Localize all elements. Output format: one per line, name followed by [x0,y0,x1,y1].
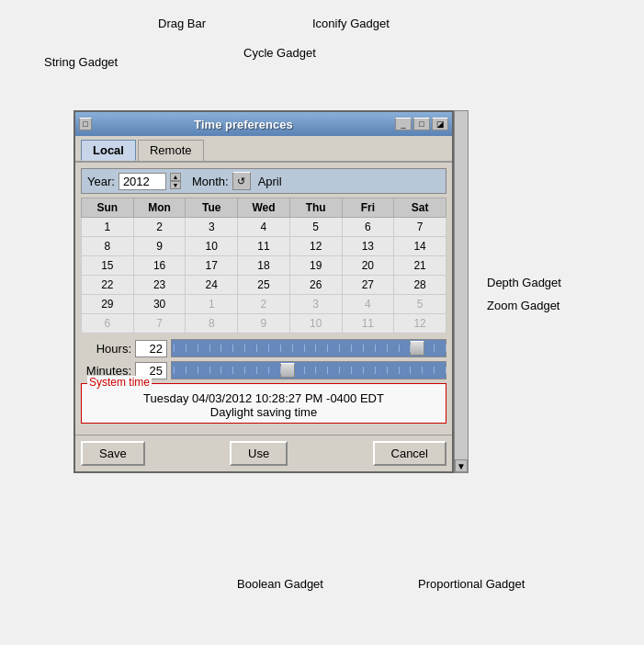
month-cycle-button[interactable]: ↺ [232,172,251,190]
depth-button[interactable]: ◪ [432,118,448,130]
iconify-button[interactable]: _ [395,118,412,130]
calendar-day-cell[interactable]: 21 [394,256,446,276]
calendar-day-cell[interactable]: 23 [133,276,186,295]
content-area: Year: ▲ ▼ Month: ↺ April Sun Mon Tue We [75,163,452,435]
calendar-day-cell[interactable]: 8 [82,237,134,256]
calendar-day-cell[interactable]: 14 [394,237,446,256]
iconify-gadget-label: Iconify Gadget [312,17,390,30]
calendar-day-cell[interactable]: 15 [82,256,134,276]
calendar-week-row: 1234567 [82,218,446,237]
calendar-day-cell[interactable]: 18 [238,256,290,276]
hours-slider-row: Hours: 22 // Will be generated by JS bel… [81,339,446,357]
minutes-slider[interactable] [171,361,446,379]
col-mon: Mon [133,198,186,218]
year-label: Year: [87,175,115,188]
calendar-day-cell[interactable]: 6 [82,314,134,334]
calendar-day-cell[interactable]: 9 [133,237,186,256]
year-down-arrow[interactable]: ▼ [170,181,181,189]
calendar-table: Sun Mon Tue Wed Thu Fri Sat 123456789101… [81,198,446,334]
calendar-day-cell[interactable]: 20 [342,256,394,276]
calendar-week-row: 15161718192021 [82,256,446,276]
proportional-gadget-label: Proportional Gadget [418,577,525,591]
titlebar-buttons: _ □ ◪ [395,118,448,130]
use-button[interactable]: Use [230,441,288,466]
calendar-day-cell[interactable]: 12 [394,314,446,334]
col-sat: Sat [394,198,446,218]
calendar-day-cell[interactable]: 4 [238,218,290,237]
calendar-day-cell[interactable]: 25 [238,276,290,295]
calendar-day-cell[interactable]: 8 [186,314,238,334]
calendar-week-row: 22232425262728 [82,276,446,295]
calendar-day-cell[interactable]: 19 [289,256,342,276]
right-scrollbar: ▼ [454,110,469,473]
calendar-day-cell[interactable]: 5 [289,218,342,237]
calendar-week-row: 293012345 [82,295,446,314]
calendar-day-cell[interactable]: 22 [82,276,134,295]
window-frame: □ Time preferences _ □ ◪ Local Remote Ye… [73,110,454,473]
string-gadget-label: String Gadget [44,55,118,69]
col-fri: Fri [342,198,394,218]
bottom-bar: Save Use Cancel [75,435,452,471]
year-arrows: ▲ ▼ [170,173,181,189]
cycle-gadget-label: Cycle Gadget [243,46,316,60]
year-input[interactable] [119,173,166,190]
calendar-day-cell[interactable]: 2 [238,295,290,314]
save-button[interactable]: Save [81,441,145,466]
calendar-day-cell[interactable]: 6 [342,218,394,237]
drag-bar-label: Drag Bar [158,17,206,30]
calendar-day-cell[interactable]: 27 [342,276,394,295]
calendar-day-cell[interactable]: 10 [186,237,238,256]
calendar-day-cell[interactable]: 29 [82,295,134,314]
month-value: April [258,175,282,188]
close-button[interactable]: □ [79,118,92,130]
calendar-week-row: 6789101112 [82,314,446,334]
system-time-label: System time [87,376,152,389]
calendar-day-cell[interactable]: 28 [394,276,446,295]
hours-slider[interactable]: // Will be generated by JS below [171,339,446,357]
year-up-arrow[interactable]: ▲ [170,173,181,181]
calendar-day-cell[interactable]: 11 [342,314,394,334]
calendar-day-cell[interactable]: 3 [289,295,342,314]
zoom-gadget-label: Zoom Gadget [487,299,560,312]
zoom-button[interactable]: □ [413,118,430,130]
calendar-day-cell[interactable]: 3 [186,218,238,237]
col-sun: Sun [82,198,134,218]
calendar-day-cell[interactable]: 1 [186,295,238,314]
year-month-row: Year: ▲ ▼ Month: ↺ April [81,168,446,194]
calendar-day-cell[interactable]: 7 [394,218,446,237]
tab-local[interactable]: Local [81,140,136,161]
calendar-day-cell[interactable]: 5 [394,295,446,314]
calendar-day-cell[interactable]: 17 [186,256,238,276]
calendar-day-cell[interactable]: 4 [342,295,394,314]
titlebar: □ Time preferences _ □ ◪ [75,112,452,136]
window: □ Time preferences _ □ ◪ Local Remote Ye… [73,110,469,473]
window-title: Time preferences [95,118,392,131]
calendar-day-cell[interactable]: 26 [289,276,342,295]
calendar-day-cell[interactable]: 9 [238,314,290,334]
calendar-day-cell[interactable]: 24 [186,276,238,295]
boolean-gadget-label: Boolean Gadget [237,577,323,591]
calendar-day-cell[interactable]: 13 [342,237,394,256]
col-tue: Tue [186,198,238,218]
hours-value: 22 [135,340,167,357]
system-time-dst: Daylight saving time [89,405,438,419]
calendar-day-cell[interactable]: 7 [133,314,186,334]
month-label: Month: [192,175,229,188]
calendar-day-cell[interactable]: 16 [133,256,186,276]
hours-label: Hours: [81,342,131,356]
depth-gadget-label: Depth Gadget [487,276,561,289]
calendar-day-cell[interactable]: 30 [133,295,186,314]
system-time-box: System time Tuesday 04/03/2012 10:28:27 … [81,383,446,424]
col-thu: Thu [289,198,342,218]
calendar-day-cell[interactable]: 1 [82,218,134,237]
calendar-day-cell[interactable]: 2 [133,218,186,237]
calendar-day-cell[interactable]: 10 [289,314,342,334]
scroll-down-arrow[interactable]: ▼ [455,459,468,472]
calendar-header-row: Sun Mon Tue Wed Thu Fri Sat [82,198,446,218]
tab-remote[interactable]: Remote [138,140,204,161]
calendar-day-cell[interactable]: 11 [238,237,290,256]
calendar-week-row: 891011121314 [82,237,446,256]
system-time-datetime: Tuesday 04/03/2012 10:28:27 PM -0400 EDT [89,391,438,405]
cancel-button[interactable]: Cancel [373,441,446,466]
calendar-day-cell[interactable]: 12 [289,237,342,256]
